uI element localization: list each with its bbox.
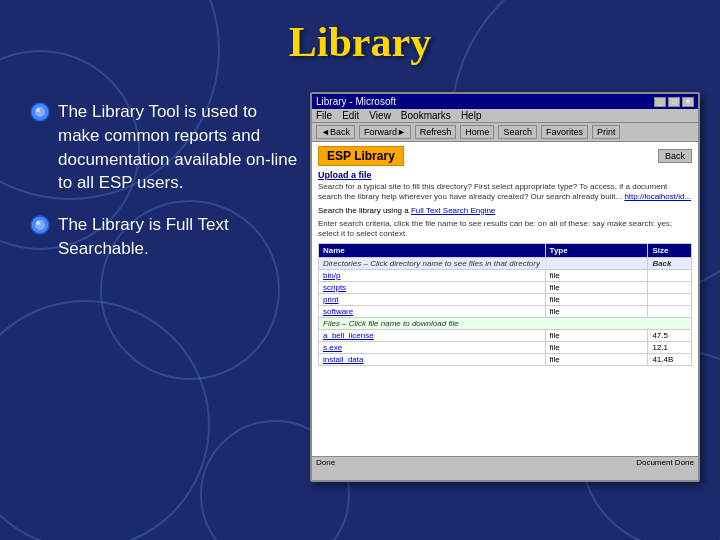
menu-view[interactable]: View: [369, 110, 391, 121]
favorites-button[interactable]: Favorites: [541, 125, 588, 139]
directory-header-row: Directories – Click directory name to se…: [319, 257, 692, 269]
table-row: s.exe file 12.1: [319, 341, 692, 353]
page-content: ESP Library Back Upload a file Search fo…: [312, 142, 698, 456]
full-text-search-link[interactable]: Full Text Search Engine: [411, 206, 495, 215]
file-header-text: Files – Click file name to download file: [319, 317, 692, 329]
upload-section-label: Upload a file: [318, 170, 692, 180]
status-bar: Done Document Done: [312, 456, 698, 468]
dir-link-4[interactable]: software: [319, 305, 546, 317]
refresh-button[interactable]: Refresh: [415, 125, 457, 139]
dir-link-2[interactable]: scripts: [319, 281, 546, 293]
col-size: Size: [648, 243, 692, 257]
file-size-1: 47.5: [648, 329, 692, 341]
bullet-text-1: The Library Tool is used to make common …: [58, 100, 300, 195]
file-table: Name Type Size Directories – Click direc…: [318, 243, 692, 366]
main-content: The Library Tool is used to make common …: [0, 0, 720, 540]
browser-menubar: File Edit View Bookmarks Help: [312, 109, 698, 123]
print-button[interactable]: Print: [592, 125, 621, 139]
table-row: install_data file 41.4B: [319, 353, 692, 365]
bullet-icon-2: [30, 215, 50, 235]
browser-toolbar: ◄Back Forward► Refresh Home Search Favor…: [312, 123, 698, 142]
back-nav-button[interactable]: ◄Back: [316, 125, 355, 139]
table-row: bin/p file: [319, 269, 692, 281]
file-link-1[interactable]: a_bell_license: [319, 329, 546, 341]
esp-header: ESP Library Back: [318, 146, 692, 166]
home-button[interactable]: Home: [460, 125, 494, 139]
esp-library-title: ESP Library: [318, 146, 404, 166]
svg-point-2: [36, 108, 40, 112]
menu-bookmarks[interactable]: Bookmarks: [401, 110, 451, 121]
file-type-1: file: [545, 329, 648, 341]
file-link-2[interactable]: s.exe: [319, 341, 546, 353]
dir-type-4: file: [545, 305, 648, 317]
svg-point-4: [35, 220, 45, 230]
menu-file[interactable]: File: [316, 110, 332, 121]
maximize-button[interactable]: □: [668, 97, 680, 107]
table-row: print file: [319, 293, 692, 305]
browser-window: Library - Microsoft _ □ ✕ File Edit View…: [310, 92, 700, 482]
status-text: Done: [316, 458, 335, 467]
file-header-row: Files – Click file name to download file: [319, 317, 692, 329]
file-type-2: file: [545, 341, 648, 353]
browser-titlebar: Library - Microsoft _ □ ✕: [312, 94, 698, 109]
file-link-3[interactable]: install_data: [319, 353, 546, 365]
status-right-text: Document Done: [636, 458, 694, 467]
dir-size-3: [648, 293, 692, 305]
esp-back-button[interactable]: Back: [658, 149, 692, 163]
dir-header-text: Directories – Click directory name to se…: [319, 257, 648, 269]
right-panel: Library - Microsoft _ □ ✕ File Edit View…: [300, 20, 720, 520]
bullet-item-1: The Library Tool is used to make common …: [30, 100, 300, 195]
dir-type-1: file: [545, 269, 648, 281]
dir-size-1: [648, 269, 692, 281]
dir-size-4: [648, 305, 692, 317]
search-nav-button[interactable]: Search: [498, 125, 537, 139]
bullet-icon-1: [30, 102, 50, 122]
bullet-item-2: The Library is Full Text Searchable.: [30, 213, 300, 261]
left-panel: The Library Tool is used to make common …: [20, 20, 300, 520]
file-size-2: 12.1: [648, 341, 692, 353]
dir-link-3[interactable]: print: [319, 293, 546, 305]
dir-type-3: file: [545, 293, 648, 305]
dir-link-1[interactable]: bin/p: [319, 269, 546, 281]
close-button[interactable]: ✕: [682, 97, 694, 107]
dir-size-2: [648, 281, 692, 293]
file-size-3: 41.4B: [648, 353, 692, 365]
col-type: Type: [545, 243, 648, 257]
table-row: software file: [319, 305, 692, 317]
browser-controls: _ □ ✕: [654, 97, 694, 107]
search-prefix-text: Search the library using a: [318, 206, 409, 215]
upload-desc-text: Search for a typical site to fill this d…: [318, 182, 692, 203]
bullet-text-2: The Library is Full Text Searchable.: [58, 213, 300, 261]
svg-point-5: [36, 221, 40, 225]
table-row: a_bell_license file 47.5: [319, 329, 692, 341]
search-desc-text: Enter search criteria, click the file na…: [318, 219, 692, 240]
file-type-3: file: [545, 353, 648, 365]
minimize-button[interactable]: _: [654, 97, 666, 107]
table-row: scripts file: [319, 281, 692, 293]
table-back-cell[interactable]: Back: [648, 257, 692, 269]
menu-edit[interactable]: Edit: [342, 110, 359, 121]
search-section-label: Search the library using a Full Text Sea…: [318, 206, 692, 215]
svg-point-1: [35, 107, 45, 117]
page-title: Library: [0, 18, 720, 66]
col-name: Name: [319, 243, 546, 257]
forward-button[interactable]: Forward►: [359, 125, 411, 139]
dir-type-2: file: [545, 281, 648, 293]
menu-help[interactable]: Help: [461, 110, 482, 121]
browser-title-text: Library - Microsoft: [316, 96, 396, 107]
